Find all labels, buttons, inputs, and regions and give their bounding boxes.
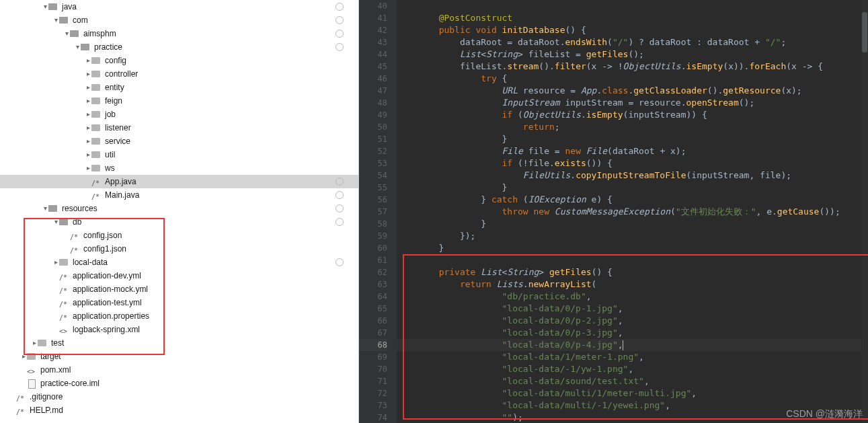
code-line[interactable]: }); [397, 230, 861, 242]
code-line[interactable]: fileList.stream().filter(x -> !ObjectUti… [397, 61, 861, 73]
code-editor[interactable]: 4041424344454647484950515253545556575859… [359, 0, 868, 423]
code-line[interactable]: "local-data/0/p-3.jpg", [397, 327, 861, 339]
code-line[interactable]: "local-data/-1/yw-1.png", [397, 363, 861, 375]
chevron-down-icon[interactable]: ▾ [52, 13, 59, 27]
line-number[interactable]: 54 [359, 169, 387, 182]
code-line[interactable]: } [397, 242, 861, 254]
line-number[interactable]: 60 [359, 242, 387, 254]
code-line[interactable] [397, 0, 861, 12]
tree-item-util[interactable]: ▸util [0, 148, 358, 161]
line-number[interactable]: 55 [359, 182, 387, 194]
tree-item-main-java[interactable]: ▸Main.java [0, 188, 358, 202]
line-number[interactable]: 70 [359, 363, 387, 375]
code-line[interactable]: } [397, 218, 861, 230]
code-line[interactable]: } [397, 182, 861, 194]
chevron-right-icon[interactable]: ▸ [52, 256, 59, 269]
code-line[interactable]: if (!file.exists()) { [397, 157, 861, 169]
tree-item-practice-core-iml[interactable]: ▸practice-core.iml [0, 377, 358, 390]
line-number[interactable]: 72 [359, 387, 387, 399]
code-line[interactable]: throw new CustomMessageException("文件初始化失… [397, 206, 861, 218]
tree-item-com[interactable]: ▾com [0, 13, 358, 27]
tree-item-entity[interactable]: ▸entity [0, 81, 358, 94]
tree-item-job[interactable]: ▸job [0, 108, 358, 121]
tree-item-config-json[interactable]: ▸config.json [0, 229, 358, 242]
code-line[interactable]: "local-data/multi/-1/yewei.png", [397, 399, 861, 412]
line-number[interactable]: 40 [359, 0, 387, 12]
chevron-down-icon[interactable]: ▾ [42, 0, 48, 13]
line-number[interactable]: 65 [359, 303, 387, 315]
line-number[interactable]: 58 [359, 218, 387, 230]
line-number[interactable]: 59 [359, 230, 387, 242]
tree-item-feign[interactable]: ▸feign [0, 94, 358, 108]
tree-item-resources[interactable]: ▾resources [0, 202, 358, 215]
chevron-down-icon[interactable]: ▾ [63, 27, 70, 40]
code-line[interactable]: "local-data/0/p-4.jpg", [397, 339, 861, 351]
tree-item--gitignore[interactable]: ▸.gitignore [0, 390, 358, 403]
chevron-right-icon[interactable]: ▸ [85, 81, 91, 94]
code-line[interactable]: "local-data/multi/1/meter-multi.jpg", [397, 387, 861, 399]
chevron-right-icon[interactable]: ▸ [85, 67, 91, 81]
line-number[interactable]: 64 [359, 291, 387, 303]
tree-item-help-md[interactable]: ▸HELP.md [0, 403, 358, 417]
line-number[interactable]: 48 [359, 97, 387, 109]
scrollbar-thumb[interactable] [862, 12, 867, 52]
chevron-right-icon[interactable]: ▸ [85, 121, 91, 134]
line-number[interactable]: 73 [359, 399, 387, 412]
line-number[interactable]: 53 [359, 157, 387, 169]
code-line[interactable]: dataRoot = dataRoot.endsWith("/") ? data… [397, 36, 861, 48]
line-number[interactable]: 43 [359, 36, 387, 48]
chevron-right-icon[interactable]: ▸ [85, 54, 91, 67]
editor-code-area[interactable]: @PostConstruct public void initDatabase(… [397, 0, 861, 423]
tree-item-application-properties[interactable]: ▸application.properties [0, 309, 358, 323]
line-number[interactable]: 45 [359, 61, 387, 73]
chevron-down-icon[interactable]: ▾ [42, 202, 48, 215]
chevron-right-icon[interactable]: ▸ [20, 350, 27, 363]
code-line[interactable]: } [397, 133, 861, 145]
code-line[interactable]: "local-data/0/p-2.jpg", [397, 315, 861, 327]
code-line[interactable]: try { [397, 73, 861, 85]
code-line[interactable]: "db/practice.db", [397, 291, 861, 303]
code-line[interactable]: File file = new File(dataRoot + x); [397, 145, 861, 157]
tree-item-db[interactable]: ▾db [0, 215, 358, 229]
tree-item-target[interactable]: ▸target [0, 350, 358, 363]
tree-item-app-java[interactable]: ▸App.java [0, 175, 358, 188]
chevron-down-icon[interactable]: ▾ [74, 40, 81, 54]
tree-item-config[interactable]: ▸config [0, 54, 358, 67]
code-line[interactable]: List<String> fileList = getFiles(); [397, 48, 861, 61]
line-number[interactable]: 50 [359, 121, 387, 133]
tree-item-service[interactable]: ▸service [0, 134, 358, 148]
code-line[interactable]: return; [397, 121, 861, 133]
line-number[interactable]: 42 [359, 24, 387, 36]
tree-item-logback-spring-xml[interactable]: ▸logback-spring.xml [0, 323, 358, 336]
tree-item-controller[interactable]: ▸controller [0, 67, 358, 81]
line-number[interactable]: 41 [359, 12, 387, 24]
tree-item-ws[interactable]: ▸ws [0, 161, 358, 175]
code-line[interactable]: "local-data/sound/test.txt", [397, 375, 861, 387]
code-line[interactable]: FileUtils.copyInputStreamToFile(inputStr… [397, 169, 861, 182]
line-number[interactable]: 44 [359, 48, 387, 61]
code-line[interactable]: @PostConstruct [397, 12, 861, 24]
tree-item-test[interactable]: ▸test [0, 336, 358, 350]
vertical-scrollbar[interactable] [861, 0, 868, 423]
line-number[interactable]: 49 [359, 109, 387, 121]
code-line[interactable]: InputStream inputStream = resource.openS… [397, 97, 861, 109]
line-number[interactable]: 46 [359, 73, 387, 85]
chevron-right-icon[interactable]: ▸ [85, 148, 91, 161]
line-number[interactable]: 63 [359, 278, 387, 291]
tree-item-application-test-yml[interactable]: ▸application-test.yml [0, 296, 358, 309]
tree-item-listener[interactable]: ▸listener [0, 121, 358, 134]
line-number[interactable]: 71 [359, 375, 387, 387]
tree-item-aimsphm[interactable]: ▾aimsphm [0, 27, 358, 40]
chevron-right-icon[interactable]: ▸ [85, 94, 91, 108]
code-line[interactable]: public void initDatabase() { [397, 24, 861, 36]
line-number[interactable]: 62 [359, 266, 387, 278]
tree-item-local-data[interactable]: ▸local-data [0, 256, 358, 269]
line-number[interactable]: 68 [359, 339, 387, 351]
tree-item-practice[interactable]: ▾practice [0, 40, 358, 54]
line-number[interactable]: 52 [359, 145, 387, 157]
tree-item-config1-json[interactable]: ▸config1.json [0, 242, 358, 256]
line-number[interactable]: 47 [359, 85, 387, 97]
code-line[interactable]: return Lists.newArrayList( [397, 278, 861, 291]
code-line[interactable]: ""); [397, 412, 861, 423]
line-number[interactable]: 61 [359, 254, 387, 266]
